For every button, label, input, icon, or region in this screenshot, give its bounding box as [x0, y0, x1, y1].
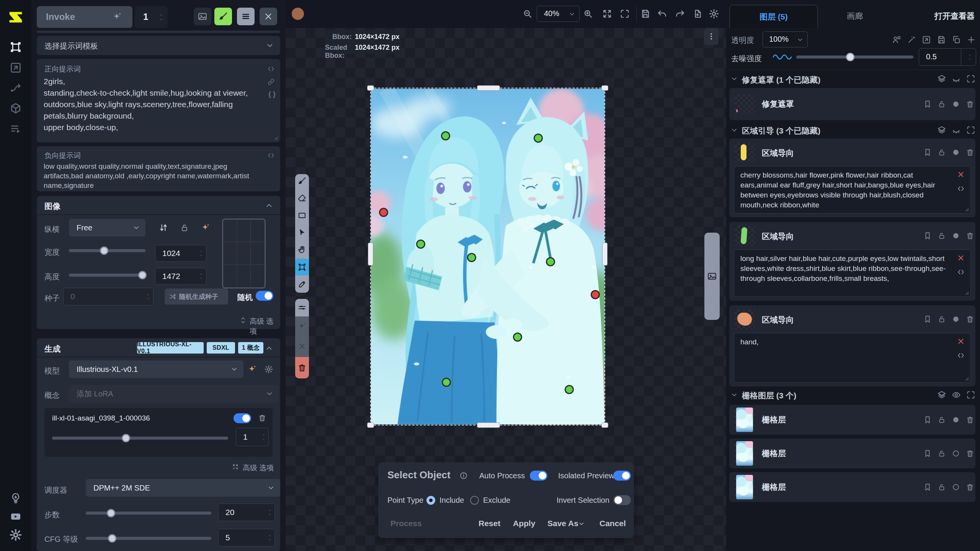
collapse-icon[interactable] — [265, 201, 273, 210]
opacity-select[interactable]: 100% — [763, 31, 808, 47]
enabled-circle-icon[interactable] — [952, 148, 960, 156]
queue-count-box[interactable]: 1 — [135, 6, 168, 28]
layers-icon[interactable] — [937, 390, 946, 399]
nav-workflows-icon[interactable] — [10, 82, 22, 94]
width-slider[interactable] — [69, 244, 145, 257]
include-point[interactable] — [416, 240, 425, 249]
brush-tool-icon[interactable] — [297, 176, 307, 186]
advanced-options-label[interactable]: 高级 选项 — [250, 316, 280, 336]
model-sparkle-icon[interactable] — [247, 364, 257, 374]
nav-models-icon[interactable] — [10, 102, 22, 114]
lora-select[interactable]: 添加 LoRA — [69, 385, 279, 403]
delete-layer-icon[interactable] — [966, 100, 974, 108]
frame-icon[interactable] — [966, 126, 975, 135]
seed-input[interactable]: 0 — [63, 288, 154, 305]
include-point[interactable] — [513, 333, 522, 342]
frame-icon[interactable] — [966, 390, 975, 399]
positive-prompt-text[interactable]: 2girls, standing,check-to-check,light sm… — [44, 76, 269, 137]
lock-icon[interactable] — [938, 148, 946, 156]
random-seed-button[interactable]: 随机生成种子 — [165, 289, 228, 305]
include-point[interactable] — [442, 378, 451, 387]
negative-prompt-box[interactable]: 负向提示词 low quality,worst quality,normal q… — [37, 146, 280, 191]
resize-corner-icon[interactable] — [962, 205, 970, 212]
selection-handle[interactable] — [601, 422, 608, 428]
model-settings-icon[interactable] — [264, 365, 273, 374]
lock-aspect-icon[interactable] — [180, 223, 189, 232]
code-icon[interactable] — [957, 352, 965, 359]
bookmark-icon[interactable] — [923, 483, 932, 491]
transform-icon[interactable] — [922, 35, 931, 44]
bookmark-icon[interactable] — [923, 100, 932, 108]
invert-selection-toggle[interactable] — [613, 495, 631, 505]
width-input[interactable]: 1024 — [155, 245, 206, 262]
layers-icon[interactable] — [937, 126, 946, 135]
inpaint-mask-row[interactable]: 修复遮罩 — [729, 88, 975, 120]
include-point[interactable] — [467, 253, 476, 262]
lock-icon[interactable] — [938, 416, 946, 424]
nav-upscale-icon[interactable] — [10, 62, 22, 74]
redo-icon[interactable] — [675, 9, 685, 19]
aspect-select[interactable]: Free — [69, 219, 145, 236]
selection-handle[interactable] — [477, 422, 500, 428]
enabled-circle-icon[interactable] — [952, 315, 960, 323]
settings-icon[interactable] — [9, 528, 22, 541]
enabled-circle-icon[interactable] — [952, 416, 960, 424]
swap-dimensions-icon[interactable] — [158, 223, 168, 233]
random-seed-toggle[interactable] — [256, 291, 273, 301]
bookmark-icon[interactable] — [923, 231, 932, 240]
delete-layer-icon[interactable] — [966, 416, 974, 424]
frame-icon[interactable] — [966, 74, 975, 83]
regional-prompt-box[interactable]: cherry blossoms,hair flower,pink flower,… — [734, 166, 971, 214]
invoke-button[interactable]: Invoke — [37, 6, 132, 28]
canvas-settings-icon[interactable] — [709, 8, 719, 19]
cfg-slider[interactable] — [86, 532, 211, 545]
resize-corner-icon[interactable] — [962, 374, 970, 381]
enabled-circle-icon[interactable] — [952, 449, 960, 458]
exclude-point[interactable] — [379, 208, 388, 217]
transform-tool-icon[interactable] — [297, 322, 307, 331]
canvas-workspace[interactable]: Bbox: 1024×1472 px Scaled Bbox: 1024×147… — [286, 28, 726, 551]
cancel-button[interactable]: Cancel — [599, 519, 626, 528]
include-point[interactable] — [546, 257, 555, 266]
youtube-icon[interactable] — [10, 510, 22, 523]
selection-handle[interactable] — [367, 85, 374, 91]
filter-tool-icon[interactable] — [297, 303, 307, 312]
raster-layer-row[interactable]: 栅格层 — [729, 439, 975, 468]
canvas-menu-button[interactable] — [704, 28, 719, 45]
bookmark-icon[interactable] — [923, 416, 932, 424]
lock-icon[interactable] — [938, 449, 946, 458]
lora-enabled-toggle[interactable] — [234, 413, 251, 423]
filter-wand-icon[interactable] — [907, 35, 916, 44]
generated-image[interactable] — [371, 88, 604, 425]
selection-handle[interactable] — [367, 422, 374, 428]
resize-corner-icon[interactable] — [271, 133, 279, 141]
bookmark-icon[interactable] — [923, 449, 932, 458]
zoom-in-icon[interactable] — [583, 9, 593, 19]
color-swatch[interactable] — [292, 8, 304, 20]
steps-input[interactable]: 20 — [218, 504, 275, 521]
lock-icon[interactable] — [938, 315, 946, 323]
delete-layer-icon[interactable] — [966, 449, 974, 458]
apply-button[interactable]: Apply — [513, 519, 535, 528]
tab-gallery[interactable]: 画廊 — [847, 11, 863, 21]
prompt-template-select[interactable]: 选择提示词模板 — [37, 36, 280, 55]
regional-guidance-row[interactable]: 区域导向 long hair,silver hair,blue hair,cut… — [729, 222, 975, 301]
zoom-level-select[interactable]: 40% — [537, 6, 580, 22]
height-slider[interactable] — [69, 269, 145, 282]
cancel-tool-icon[interactable] — [297, 342, 307, 351]
layers-icon[interactable] — [937, 74, 946, 83]
nav-queue-icon[interactable] — [10, 122, 22, 135]
duplicate-layer-icon[interactable] — [952, 35, 961, 44]
canvas-mode-button[interactable] — [214, 8, 232, 25]
isolated-preview-toggle[interactable] — [613, 471, 631, 481]
raster-layer-row[interactable]: 栅格层 — [729, 405, 975, 435]
delete-layer-icon[interactable] — [966, 231, 974, 240]
add-layer-icon[interactable] — [967, 35, 976, 44]
group-collapse-icon[interactable] — [730, 391, 738, 399]
code-icon[interactable] — [267, 152, 275, 159]
save-canvas-icon[interactable] — [640, 9, 650, 19]
denoise-slider[interactable] — [796, 51, 913, 64]
blend-mode-icon[interactable] — [892, 35, 901, 44]
save-layer-icon[interactable] — [937, 35, 946, 44]
fit-to-screen-icon[interactable] — [602, 9, 612, 19]
